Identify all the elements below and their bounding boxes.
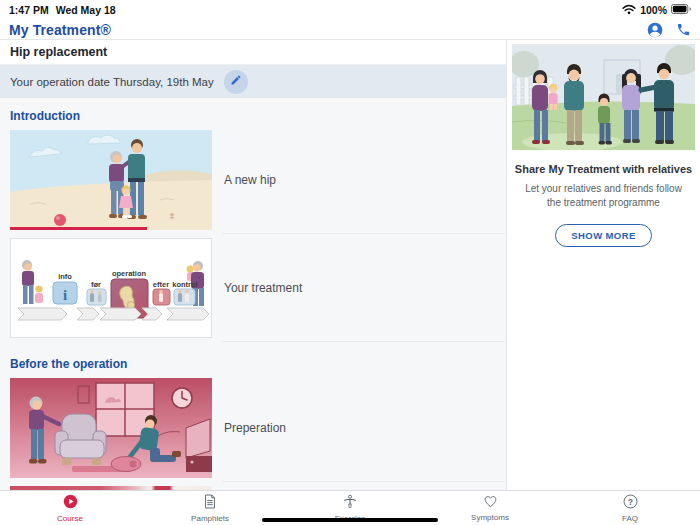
- course-play-icon: [63, 494, 78, 513]
- preperation-thumbnail: [10, 378, 212, 478]
- svg-text:?: ?: [628, 498, 633, 507]
- show-more-button[interactable]: SHOW MORE: [555, 224, 651, 247]
- page-title: Hip replacement: [10, 45, 107, 59]
- video-progress-bar: [10, 227, 147, 230]
- status-bar: 1:47 PM Wed May 18 100%: [0, 0, 700, 20]
- app-screen: 1:47 PM Wed May 18 100% My Treatment® Hi…: [0, 0, 700, 525]
- status-date: Wed May 18: [56, 4, 116, 16]
- exercise-icon: [343, 494, 357, 513]
- item-label: Your treatment: [224, 281, 302, 295]
- faq-icon: ?: [623, 494, 638, 513]
- app-header: My Treatment®: [0, 20, 700, 40]
- course-content: Hip replacement Your operation date Thur…: [0, 40, 506, 490]
- operation-date-row: Your operation date Thursday, 19th May: [0, 65, 506, 98]
- tab-label: Symptoms: [471, 513, 509, 522]
- section-title-introduction: Introduction: [0, 98, 506, 130]
- svg-text:i: i: [63, 287, 67, 303]
- battery-icon: [671, 4, 691, 16]
- pencil-icon: [230, 74, 242, 89]
- home-indicator[interactable]: [262, 518, 438, 523]
- svg-text:operation: operation: [112, 269, 147, 278]
- tab-label: Course: [57, 514, 83, 523]
- list-item-a-new-hip[interactable]: A new hip: [10, 130, 506, 230]
- tab-symptoms[interactable]: Symptoms: [420, 491, 560, 525]
- account-icon[interactable]: [647, 22, 663, 38]
- beach-family-illustration: [10, 130, 212, 230]
- sidebar-title: Share My Treatment with relatives: [513, 163, 694, 175]
- svg-text:efter: efter: [153, 280, 169, 289]
- svg-text:info: info: [58, 272, 72, 281]
- tab-faq[interactable]: ? FAQ: [560, 491, 700, 525]
- treatment-timeline-illustration: info før operation efter kontrol i: [10, 238, 212, 338]
- tab-label: Pamphlets: [191, 514, 229, 523]
- page-title-row: Hip replacement: [0, 40, 506, 65]
- operation-date-text: Your operation date Thursday, 19th May: [10, 76, 214, 88]
- section-title-before-operation: Before the operation: [0, 346, 506, 378]
- list-item-your-treatment[interactable]: info før operation efter kontrol i: [10, 238, 506, 338]
- tab-pamphlets[interactable]: Pamphlets: [140, 491, 280, 525]
- family-illustration: [512, 44, 695, 150]
- status-time: 1:47 PM: [9, 4, 49, 16]
- video-progress-track: [10, 227, 212, 230]
- list-item-preperation[interactable]: Preperation: [10, 378, 506, 478]
- item-label: Preperation: [224, 421, 286, 435]
- wifi-icon: [622, 4, 636, 17]
- svg-text:kontrol: kontrol: [172, 280, 197, 289]
- pamphlets-icon: [203, 494, 217, 513]
- symptoms-heart-icon: [483, 494, 498, 512]
- preparation-room-illustration: [10, 378, 212, 478]
- tab-course[interactable]: Course: [0, 491, 140, 525]
- tab-label: FAQ: [622, 514, 638, 523]
- item-label: A new hip: [224, 173, 276, 187]
- a-new-hip-thumbnail: [10, 130, 212, 230]
- svg-text:før: før: [91, 280, 101, 289]
- sidebar-subtitle: Let your relatives and friends follow th…: [519, 182, 688, 209]
- edit-date-button[interactable]: [224, 70, 248, 94]
- app-title: My Treatment®: [9, 22, 111, 38]
- battery-percent: 100%: [640, 4, 667, 16]
- phone-icon[interactable]: [676, 22, 691, 37]
- your-treatment-thumbnail: info før operation efter kontrol i: [10, 238, 212, 338]
- share-sidebar: Share My Treatment with relatives Let yo…: [506, 40, 700, 490]
